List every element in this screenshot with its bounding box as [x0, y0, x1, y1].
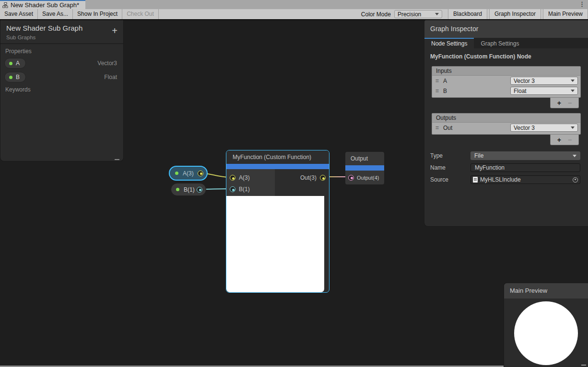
property-node-a[interactable]: A(3) [169, 166, 208, 181]
output-name: Out [443, 125, 452, 131]
inputs-list-header: Inputs [432, 67, 580, 76]
property-type: Vector3 [97, 60, 119, 67]
type-value: File [474, 152, 573, 159]
source-label: Source [430, 176, 470, 183]
show-in-project-button[interactable]: Show In Project [73, 9, 122, 19]
main-preview-toggle-button[interactable]: Main Preview [543, 9, 588, 19]
color-mode-label: Color Mode [361, 11, 391, 18]
property-row-a[interactable]: A Vector3 [4, 58, 119, 69]
resize-handle[interactable] [115, 159, 119, 160]
name-field-row: Name [430, 163, 580, 172]
tab-bar: New Shader Sub Graph* ⋮ [0, 0, 588, 9]
chevron-down-icon [571, 80, 575, 82]
output-port-row: Output(4) [345, 171, 384, 184]
port-input-a[interactable] [230, 175, 235, 181]
custom-function-node[interactable]: MyFunction (Custom Function) A(3) B(1) O… [226, 150, 329, 293]
add-property-button[interactable]: + [112, 26, 118, 35]
blackboard-toggle-button[interactable]: Blackboard [448, 9, 487, 19]
drag-handle-icon[interactable]: = [435, 88, 439, 94]
property-pill[interactable]: B [4, 72, 26, 82]
add-input-button[interactable]: + [557, 100, 561, 106]
input-type-dropdown[interactable]: Vector 3 [510, 77, 578, 85]
main-preview-title: Main Preview [504, 283, 588, 298]
port-label: Out(3) [300, 174, 317, 181]
chevron-down-icon [571, 126, 575, 129]
blackboard-panel: New Shader Sub Graph Sub Graphs + Proper… [0, 20, 124, 161]
inspector-tabs: Node Settings Graph Settings [424, 38, 588, 48]
port-label: Output(4) [357, 175, 379, 181]
drag-handle-icon[interactable]: = [435, 125, 439, 131]
save-asset-button[interactable]: Save Asset [0, 9, 38, 19]
port-a-output[interactable] [198, 171, 203, 176]
chevron-down-icon [573, 155, 576, 157]
input-port-row-a: A(3) [226, 172, 275, 184]
property-node-b[interactable]: B(1) [171, 183, 206, 196]
tab-node-settings[interactable]: Node Settings [424, 38, 474, 48]
main-preview-panel: Main Preview [504, 283, 588, 367]
resize-handle[interactable] [581, 365, 586, 366]
graph-inspector-title: Graph Inspector [424, 20, 588, 38]
input-type-dropdown[interactable]: Float [510, 87, 578, 95]
name-label: Name [430, 164, 470, 171]
outputs-list-footer: + − [550, 135, 579, 145]
property-pill[interactable]: A [4, 58, 26, 69]
shader-graph-toolbar: Save Asset Save As... Show In Project Ch… [0, 9, 588, 19]
precision-color-bar [345, 165, 384, 171]
output-type-dropdown[interactable]: Vector 3 [510, 124, 578, 132]
inputs-list: Inputs = A Vector 3 = B Float [432, 66, 581, 98]
port-label: B(1) [239, 186, 250, 193]
tab-graph-settings[interactable]: Graph Settings [474, 38, 526, 48]
port-output-out[interactable] [320, 175, 326, 181]
input-name: B [443, 88, 447, 94]
source-value: MyHLSLInclude [480, 176, 570, 183]
drag-handle-icon[interactable]: = [435, 78, 439, 84]
preview-sphere [514, 301, 578, 365]
object-picker-icon[interactable] [573, 177, 578, 183]
remove-input-button: − [568, 100, 572, 106]
input-port-row-b: B(1) [226, 184, 275, 195]
port-input-b[interactable] [230, 186, 235, 192]
remove-output-button: − [568, 137, 572, 143]
shader-graph-window: New Shader Sub Graph* ⋮ Save Asset Save … [0, 0, 588, 367]
port-output-input[interactable] [348, 175, 354, 181]
outputs-list-header: Outputs [432, 114, 580, 123]
property-node-label: B(1) [184, 186, 195, 193]
inputs-list-footer: + − [550, 98, 579, 108]
name-input[interactable] [470, 163, 580, 172]
exposed-dot-icon [9, 76, 12, 79]
property-type: Float [104, 74, 119, 80]
blackboard-subtitle: Sub Graphs [6, 34, 118, 40]
window-menu-icon[interactable]: ⋮ [579, 0, 585, 8]
blackboard-title: New Shader Sub Graph [6, 24, 118, 32]
blackboard-header: New Shader Sub Graph Sub Graphs + [0, 20, 123, 44]
output-node[interactable]: Output Output(4) [345, 152, 384, 184]
subgraph-asset-icon [2, 2, 8, 8]
save-as-button[interactable]: Save As... [38, 9, 73, 19]
source-object-field[interactable]: MyHLSLInclude [470, 175, 580, 184]
properties-section-label: Properties [5, 48, 123, 55]
color-mode-value: Precision [398, 11, 435, 18]
input-type-value: Vector 3 [514, 78, 571, 84]
output-type-value: Vector 3 [514, 125, 571, 131]
source-field-row: Source MyHLSLInclude [430, 175, 580, 184]
main-preview-viewport[interactable] [504, 298, 588, 367]
color-mode-dropdown[interactable]: Precision [394, 10, 442, 18]
output-port-row: Out(3) [275, 172, 329, 184]
property-row-b[interactable]: B Float [4, 72, 119, 82]
port-b-output[interactable] [197, 187, 202, 193]
check-out-button: Check Out [122, 9, 159, 19]
type-label: Type [430, 152, 470, 159]
node-preview-area [226, 196, 329, 293]
input-row-a[interactable]: = A Vector 3 [432, 76, 580, 86]
port-label: A(3) [239, 174, 250, 181]
add-output-button[interactable]: + [557, 137, 561, 143]
node-title[interactable]: Output [345, 152, 384, 165]
input-row-b[interactable]: = B Float [432, 86, 580, 96]
precision-color-bar [226, 164, 329, 169]
node-title[interactable]: MyFunction (Custom Function) [226, 150, 329, 164]
tab-new-shader-sub-graph[interactable]: New Shader Sub Graph* [0, 0, 85, 9]
chevron-down-icon [571, 90, 575, 92]
type-dropdown[interactable]: File [470, 151, 580, 160]
output-row-out[interactable]: = Out Vector 3 [432, 123, 580, 133]
graph-inspector-toggle-button[interactable]: Graph Inspector [489, 9, 541, 19]
